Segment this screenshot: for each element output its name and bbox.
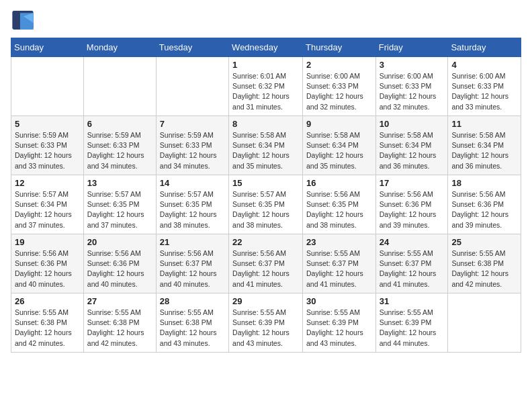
calendar-cell: 10Sunrise: 5:58 AMSunset: 6:34 PMDayligh… <box>375 116 448 175</box>
day-info: Sunrise: 5:55 AMSunset: 6:39 PMDaylight:… <box>380 308 445 349</box>
calendar-cell: 16Sunrise: 5:56 AMSunset: 6:35 PMDayligh… <box>303 175 376 234</box>
day-number: 18 <box>451 178 517 188</box>
day-number: 6 <box>87 119 152 129</box>
day-number: 9 <box>306 119 372 129</box>
day-info: Sunrise: 5:55 AMSunset: 6:37 PMDaylight:… <box>380 248 445 289</box>
week-row-3: 12Sunrise: 5:57 AMSunset: 6:34 PMDayligh… <box>11 175 521 234</box>
day-number: 11 <box>451 119 517 129</box>
day-number: 21 <box>160 237 225 247</box>
calendar-cell: 27Sunrise: 5:55 AMSunset: 6:38 PMDayligh… <box>83 293 156 353</box>
calendar-header: SundayMondayTuesdayWednesdayThursdayFrid… <box>11 38 521 57</box>
day-info: Sunrise: 5:55 AMSunset: 6:38 PMDaylight:… <box>87 308 152 349</box>
week-row-1: 1Sunrise: 6:01 AMSunset: 6:32 PMDaylight… <box>11 57 521 116</box>
day-info: Sunrise: 5:58 AMSunset: 6:34 PMDaylight:… <box>306 130 372 171</box>
day-info: Sunrise: 5:55 AMSunset: 6:38 PMDaylight:… <box>451 248 517 289</box>
day-number: 5 <box>15 119 80 129</box>
calendar-cell: 18Sunrise: 5:56 AMSunset: 6:36 PMDayligh… <box>448 175 521 234</box>
calendar-cell: 14Sunrise: 5:57 AMSunset: 6:35 PMDayligh… <box>156 175 228 234</box>
day-number: 12 <box>15 178 80 188</box>
day-info: Sunrise: 5:55 AMSunset: 6:37 PMDaylight:… <box>306 248 372 289</box>
calendar-cell: 5Sunrise: 5:59 AMSunset: 6:33 PMDaylight… <box>11 116 84 175</box>
day-number: 1 <box>232 60 299 70</box>
day-number: 29 <box>232 296 299 306</box>
calendar-cell: 2Sunrise: 6:00 AMSunset: 6:33 PMDaylight… <box>303 57 376 116</box>
day-info: Sunrise: 5:56 AMSunset: 6:36 PMDaylight:… <box>15 248 80 289</box>
calendar-cell <box>156 57 228 116</box>
day-number: 22 <box>232 237 299 247</box>
day-info: Sunrise: 5:55 AMSunset: 6:39 PMDaylight:… <box>306 308 372 349</box>
day-number: 2 <box>306 60 372 70</box>
day-number: 24 <box>380 237 445 247</box>
day-number: 3 <box>380 60 445 70</box>
logo <box>11 11 36 30</box>
day-number: 17 <box>380 178 445 188</box>
weekday-header-thursday: Thursday <box>303 38 376 57</box>
day-info: Sunrise: 5:55 AMSunset: 6:38 PMDaylight:… <box>15 308 80 349</box>
weekday-header-wednesday: Wednesday <box>229 38 303 57</box>
day-number: 13 <box>87 178 152 188</box>
calendar-cell <box>83 57 156 116</box>
day-number: 30 <box>306 296 372 306</box>
calendar-cell: 11Sunrise: 5:58 AMSunset: 6:34 PMDayligh… <box>448 116 521 175</box>
day-info: Sunrise: 6:00 AMSunset: 6:33 PMDaylight:… <box>451 71 517 112</box>
calendar-cell: 12Sunrise: 5:57 AMSunset: 6:34 PMDayligh… <box>11 175 84 234</box>
day-info: Sunrise: 5:57 AMSunset: 6:35 PMDaylight:… <box>232 189 299 230</box>
calendar-cell: 17Sunrise: 5:56 AMSunset: 6:36 PMDayligh… <box>375 175 448 234</box>
weekday-header-friday: Friday <box>375 38 448 57</box>
day-number: 27 <box>87 296 152 306</box>
day-info: Sunrise: 5:56 AMSunset: 6:36 PMDaylight:… <box>451 189 517 230</box>
day-info: Sunrise: 6:00 AMSunset: 6:33 PMDaylight:… <box>380 71 445 112</box>
calendar-cell: 28Sunrise: 5:55 AMSunset: 6:38 PMDayligh… <box>156 293 228 353</box>
day-number: 23 <box>306 237 372 247</box>
calendar-cell: 7Sunrise: 5:59 AMSunset: 6:33 PMDaylight… <box>156 116 228 175</box>
week-row-2: 5Sunrise: 5:59 AMSunset: 6:33 PMDaylight… <box>11 116 521 175</box>
day-info: Sunrise: 6:01 AMSunset: 6:32 PMDaylight:… <box>232 71 299 112</box>
weekday-header-saturday: Saturday <box>448 38 521 57</box>
day-info: Sunrise: 5:59 AMSunset: 6:33 PMDaylight:… <box>15 130 80 171</box>
weekday-header-monday: Monday <box>83 38 156 57</box>
day-info: Sunrise: 5:56 AMSunset: 6:37 PMDaylight:… <box>160 248 225 289</box>
calendar-cell <box>11 57 84 116</box>
calendar-cell: 29Sunrise: 5:55 AMSunset: 6:39 PMDayligh… <box>229 293 303 353</box>
calendar-cell: 4Sunrise: 6:00 AMSunset: 6:33 PMDaylight… <box>448 57 521 116</box>
calendar-cell: 21Sunrise: 5:56 AMSunset: 6:37 PMDayligh… <box>156 234 228 293</box>
day-number: 28 <box>160 296 225 306</box>
day-number: 16 <box>306 178 372 188</box>
day-info: Sunrise: 5:59 AMSunset: 6:33 PMDaylight:… <box>87 130 152 171</box>
calendar-cell: 30Sunrise: 5:55 AMSunset: 6:39 PMDayligh… <box>303 293 376 353</box>
day-info: Sunrise: 5:56 AMSunset: 6:36 PMDaylight:… <box>380 189 445 230</box>
day-info: Sunrise: 6:00 AMSunset: 6:33 PMDaylight:… <box>306 71 372 112</box>
calendar-cell: 9Sunrise: 5:58 AMSunset: 6:34 PMDaylight… <box>303 116 376 175</box>
day-info: Sunrise: 5:58 AMSunset: 6:34 PMDaylight:… <box>232 130 299 171</box>
calendar-cell: 24Sunrise: 5:55 AMSunset: 6:37 PMDayligh… <box>375 234 448 293</box>
calendar-cell: 23Sunrise: 5:55 AMSunset: 6:37 PMDayligh… <box>303 234 376 293</box>
day-info: Sunrise: 5:58 AMSunset: 6:34 PMDaylight:… <box>380 130 445 171</box>
calendar-cell: 6Sunrise: 5:59 AMSunset: 6:33 PMDaylight… <box>83 116 156 175</box>
day-number: 26 <box>15 296 80 306</box>
day-number: 15 <box>232 178 299 188</box>
calendar-cell: 13Sunrise: 5:57 AMSunset: 6:35 PMDayligh… <box>83 175 156 234</box>
weekday-header-tuesday: Tuesday <box>156 38 228 57</box>
day-info: Sunrise: 5:55 AMSunset: 6:39 PMDaylight:… <box>232 308 299 349</box>
day-number: 20 <box>87 237 152 247</box>
day-info: Sunrise: 5:57 AMSunset: 6:35 PMDaylight:… <box>160 189 225 230</box>
weekday-header-sunday: Sunday <box>11 38 84 57</box>
day-number: 14 <box>160 178 225 188</box>
day-info: Sunrise: 5:56 AMSunset: 6:35 PMDaylight:… <box>306 189 372 230</box>
day-number: 4 <box>451 60 517 70</box>
day-info: Sunrise: 5:56 AMSunset: 6:36 PMDaylight:… <box>87 248 152 289</box>
calendar-cell: 3Sunrise: 6:00 AMSunset: 6:33 PMDaylight… <box>375 57 448 116</box>
week-row-4: 19Sunrise: 5:56 AMSunset: 6:36 PMDayligh… <box>11 234 521 293</box>
day-info: Sunrise: 5:57 AMSunset: 6:35 PMDaylight:… <box>87 189 152 230</box>
calendar-cell: 26Sunrise: 5:55 AMSunset: 6:38 PMDayligh… <box>11 293 84 353</box>
day-info: Sunrise: 5:58 AMSunset: 6:34 PMDaylight:… <box>451 130 517 171</box>
calendar-table: SundayMondayTuesdayWednesdayThursdayFrid… <box>11 38 521 353</box>
calendar-cell: 31Sunrise: 5:55 AMSunset: 6:39 PMDayligh… <box>375 293 448 353</box>
calendar-cell: 19Sunrise: 5:56 AMSunset: 6:36 PMDayligh… <box>11 234 84 293</box>
calendar-cell: 8Sunrise: 5:58 AMSunset: 6:34 PMDaylight… <box>229 116 303 175</box>
day-number: 25 <box>451 237 517 247</box>
calendar-cell: 25Sunrise: 5:55 AMSunset: 6:38 PMDayligh… <box>448 234 521 293</box>
day-number: 10 <box>380 119 445 129</box>
day-number: 8 <box>232 119 299 129</box>
day-number: 19 <box>15 237 80 247</box>
